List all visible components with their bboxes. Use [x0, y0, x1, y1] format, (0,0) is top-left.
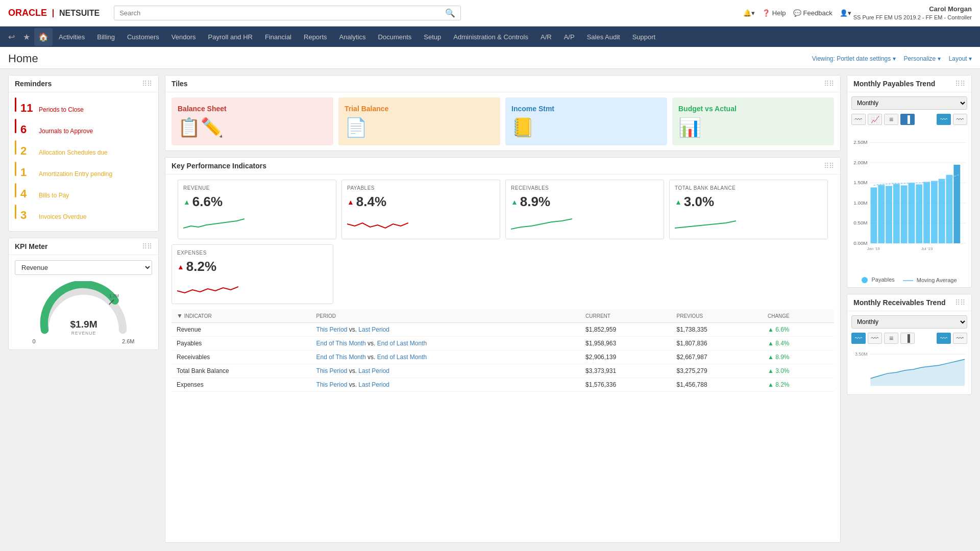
- kpi-meter-drag-handle[interactable]: ⠿⠿: [142, 242, 152, 251]
- nav-item-ap[interactable]: A/P: [558, 27, 581, 47]
- period-link-last[interactable]: Last Period: [358, 367, 389, 374]
- reminder-label[interactable]: Allocation Schedules due: [39, 149, 108, 156]
- nav-item-support[interactable]: Support: [626, 27, 662, 47]
- chart-legend: Payables Moving Average: [851, 277, 967, 283]
- reminder-label[interactable]: Periods to Close: [39, 106, 84, 113]
- svg-text:Jan '19: Jan '19: [867, 246, 880, 251]
- reminders-drag-handle[interactable]: ⠿⠿: [142, 80, 152, 88]
- tile-income-stmt[interactable]: Income Stmt 📒: [505, 97, 667, 145]
- tile-budget-vs-actual[interactable]: Budget vs Actual 📊: [672, 97, 834, 145]
- receivables-chart-btn-wave2[interactable]: 〰: [953, 333, 967, 344]
- reminder-label[interactable]: Amortization Entry pending: [39, 170, 112, 178]
- logo[interactable]: ORACLE NETSUITE: [8, 8, 100, 18]
- nav-item-setup[interactable]: Setup: [418, 27, 447, 47]
- nav-item-vendors[interactable]: Vendors: [165, 27, 202, 47]
- nav-item-activities[interactable]: Activities: [53, 27, 91, 47]
- svg-rect-0: [53, 9, 54, 17]
- nav-item-customers[interactable]: Customers: [121, 27, 165, 47]
- svg-text:1.7M: 1.7M: [109, 293, 118, 298]
- receivables-chart-btn-wave1[interactable]: 〰: [937, 333, 951, 344]
- svg-text:1.00M: 1.00M: [853, 200, 867, 206]
- legend-payables: Payables: [862, 277, 894, 283]
- receivables-chart-btn-table[interactable]: ≡: [884, 333, 898, 344]
- change-cell: ▲ 8.9%: [763, 350, 834, 364]
- nav-item-billing[interactable]: Billing: [91, 27, 121, 47]
- layout-button[interactable]: Layout ▾: [949, 55, 972, 62]
- tile-trial-balance[interactable]: Trial Balance 📄: [338, 97, 500, 145]
- kpi-revenue-value: ▲6.6%: [183, 194, 331, 210]
- tile-income-stmt-label: Income Stmt: [511, 105, 554, 113]
- kpi-card-bank-balance: TOTAL BANK BALANCE ▲3.0%: [669, 180, 828, 239]
- tile-balance-sheet[interactable]: Balance Sheet 📋✏️: [172, 97, 333, 145]
- chart-btn-wave2[interactable]: 〰: [953, 114, 967, 125]
- receivables-chart-btn-bar[interactable]: ▐: [900, 333, 915, 344]
- reminder-label[interactable]: Journals to Approve: [39, 128, 93, 135]
- feedback-button[interactable]: 💬 Feedback: [793, 9, 832, 17]
- receivables-chart-btn-area[interactable]: 〰: [851, 333, 866, 344]
- tiles-drag-handle[interactable]: ⠿⠿: [824, 80, 834, 88]
- nav-item-ar[interactable]: A/R: [534, 27, 558, 47]
- nav-favorites-icon[interactable]: ★: [19, 28, 34, 46]
- nav-item-admin[interactable]: Administration & Controls: [447, 27, 534, 47]
- period-link-last[interactable]: Last Period: [358, 326, 389, 333]
- col-period: PERIOD: [311, 309, 580, 323]
- reminder-label[interactable]: Invoices Overdue: [39, 213, 86, 220]
- nav-home-icon[interactable]: 🏠: [34, 28, 53, 46]
- receivables-trend-select[interactable]: Monthly Quarterly Yearly: [851, 315, 967, 329]
- tiles-title: Tiles: [172, 80, 188, 88]
- personalize-button[interactable]: Personalize ▾: [904, 55, 941, 62]
- moving-avg-line-icon: [903, 280, 913, 281]
- payables-trend-drag[interactable]: ⠿⠿: [955, 80, 965, 88]
- period-link-last[interactable]: End of Last Month: [377, 340, 427, 347]
- tiles-portlet: Tiles ⠿⠿ Balance Sheet 📋✏️ Trial Balance…: [165, 75, 841, 151]
- period-link-last[interactable]: End of Last Month: [377, 354, 427, 361]
- gauge-min-max: 0 2.6M: [33, 338, 135, 344]
- chart-btn-bar[interactable]: ▐: [900, 114, 915, 125]
- nav-item-payroll[interactable]: Payroll and HR: [202, 27, 259, 47]
- period-link-last[interactable]: Last Period: [358, 381, 389, 388]
- list-item: 11 Periods to Close: [15, 97, 152, 115]
- period-link-current[interactable]: This Period: [316, 367, 348, 374]
- svg-text:3.50M: 3.50M: [855, 352, 868, 357]
- nav-item-analytics[interactable]: Analytics: [333, 27, 372, 47]
- nav-item-documents[interactable]: Documents: [372, 27, 418, 47]
- svg-text:Jul '19: Jul '19: [921, 246, 933, 251]
- period-link-current[interactable]: This Period: [316, 381, 348, 388]
- portlet-date-settings[interactable]: Viewing: Portlet date settings ▾: [812, 55, 896, 62]
- payables-trend-select[interactable]: Monthly Quarterly Yearly: [851, 96, 967, 110]
- chart-btn-area[interactable]: 〰: [851, 114, 866, 125]
- chart-btn-table[interactable]: ≡: [884, 114, 898, 125]
- nav-history-icon[interactable]: ↩: [4, 28, 19, 46]
- page-header: Home Viewing: Portlet date settings ▾ Pe…: [0, 47, 980, 69]
- svg-rect-22: [909, 183, 915, 243]
- nav-item-financial[interactable]: Financial: [259, 27, 298, 47]
- reminder-num: 3: [20, 209, 35, 222]
- tiles-grid: Balance Sheet 📋✏️ Trial Balance 📄 Income…: [165, 92, 840, 151]
- sort-icon[interactable]: ▼: [177, 312, 183, 319]
- chart-btn-wave1[interactable]: 〰: [937, 114, 951, 125]
- kpi-drag-handle[interactable]: ⠿⠿: [824, 162, 834, 170]
- reminder-bar-red: [15, 97, 16, 112]
- period-link-current[interactable]: End of This Month: [316, 340, 366, 347]
- center-column: Tiles ⠿⠿ Balance Sheet 📋✏️ Trial Balance…: [165, 75, 841, 543]
- reminder-label[interactable]: Bills to Pay: [39, 192, 69, 199]
- receivables-chart-btn-line[interactable]: 〰: [868, 333, 882, 344]
- reminders-header: Reminders ⠿⠿: [9, 76, 158, 92]
- payables-trend-header: Monthly Payables Trend ⠿⠿: [847, 76, 971, 92]
- user-menu[interactable]: 👤▾ Carol Morgan SS Pure FF EM US 2019.2 …: [840, 5, 972, 21]
- kpi-meter-select[interactable]: Revenue Payables Receivables Expenses: [15, 260, 152, 275]
- search-bar[interactable]: 🔍: [114, 6, 461, 20]
- period-link-current[interactable]: This Period: [316, 326, 348, 333]
- search-input[interactable]: [119, 9, 442, 17]
- receivables-trend-drag[interactable]: ⠿⠿: [955, 298, 965, 307]
- svg-rect-25: [931, 181, 938, 243]
- help-button[interactable]: ❓ Help: [762, 9, 786, 17]
- tiles-header: Tiles ⠿⠿: [165, 76, 840, 92]
- chart-btn-line[interactable]: 📈: [868, 114, 882, 125]
- nav-item-reports[interactable]: Reports: [298, 27, 333, 47]
- nav-item-sales-audit[interactable]: Sales Audit: [581, 27, 626, 47]
- notifications-button[interactable]: 🔔▾: [743, 9, 755, 17]
- receivables-trend-title: Monthly Receivables Trend: [853, 298, 946, 307]
- kpi-payables-label: PAYABLES: [347, 185, 495, 191]
- period-link-current[interactable]: End of This Month: [316, 354, 366, 361]
